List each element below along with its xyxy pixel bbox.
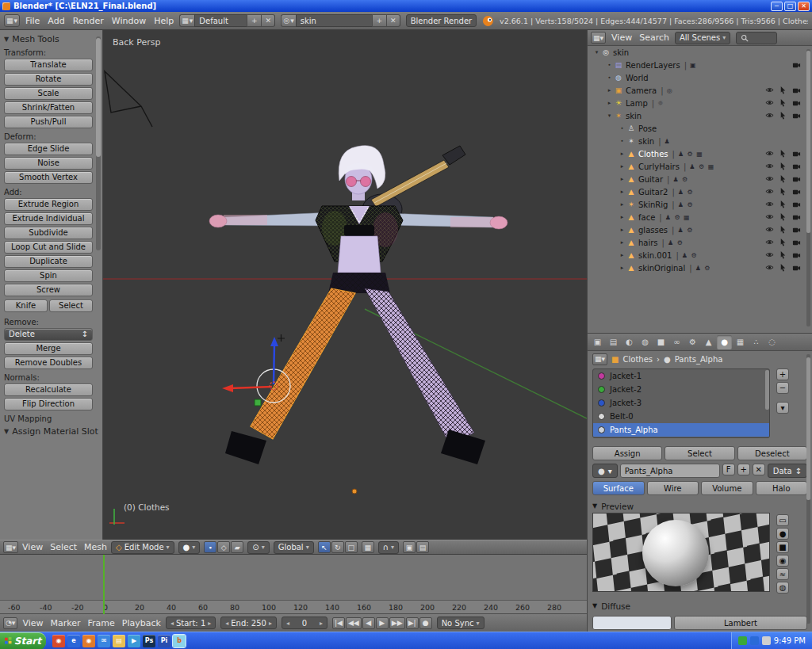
disclosure-icon[interactable]: ▸ bbox=[618, 252, 626, 258]
outliner-row[interactable]: ∙ ♙ Pose bbox=[588, 122, 812, 135]
next-keyframe-button[interactable]: ▶▶ bbox=[389, 617, 405, 629]
jump-to-start-button[interactable]: |◀ bbox=[332, 617, 345, 629]
outliner-row[interactable]: ▾ ✶ skin bbox=[588, 109, 812, 122]
tool-button[interactable]: Subdivide bbox=[4, 227, 93, 239]
quick-launch-mail-icon[interactable]: ✉ bbox=[98, 635, 110, 647]
outliner-row[interactable]: ▸ ▲ CurlyHairs | ♟ ⚙ ▦ bbox=[588, 160, 812, 173]
outliner-item-label[interactable]: hairs bbox=[638, 239, 658, 247]
character-model[interactable] bbox=[209, 146, 508, 464]
outliner-row[interactable]: ▸ ▲ hairs | ♟ ⚙ bbox=[588, 236, 812, 249]
diffuse-color-swatch[interactable] bbox=[592, 616, 672, 630]
selectable-pointer-icon[interactable] bbox=[779, 174, 787, 183]
tray-volume-icon[interactable] bbox=[762, 636, 771, 645]
tab-scene-icon[interactable]: ◐ bbox=[622, 335, 637, 349]
disclosure-icon[interactable]: ∙ bbox=[605, 62, 614, 68]
renderable-camera-icon[interactable] bbox=[792, 225, 801, 234]
selectable-pointer-icon[interactable] bbox=[779, 187, 787, 196]
scene-selector[interactable]: ◎▾ skin + ✕ bbox=[281, 14, 400, 27]
menu-item[interactable]: Search bbox=[639, 32, 669, 43]
surface-type-button[interactable]: Surface bbox=[592, 481, 645, 495]
disclosure-icon[interactable]: ▸ bbox=[618, 265, 626, 271]
delete-scene-button[interactable]: ✕ bbox=[386, 14, 400, 27]
snap-select[interactable]: ∩▾ bbox=[378, 541, 399, 554]
preview-cube-icon[interactable]: ■ bbox=[776, 541, 789, 553]
outliner-row[interactable]: ▸ ▲ Guitar2 | ♟ ⚙ bbox=[588, 185, 812, 198]
visibility-eye-icon[interactable] bbox=[765, 225, 774, 234]
preview-sphere-icon[interactable]: ● bbox=[776, 528, 789, 540]
timeline-playhead[interactable] bbox=[103, 555, 105, 614]
outliner-row[interactable]: ∙ ✶ skin | ♟ bbox=[588, 135, 812, 147]
outliner-item-label[interactable]: face bbox=[638, 213, 655, 222]
maximize-button[interactable]: □ bbox=[784, 2, 796, 11]
visibility-eye-icon[interactable] bbox=[765, 200, 774, 208]
editor-type-button[interactable]: ▦▾ bbox=[592, 353, 607, 365]
slot-list-scrollbar[interactable] bbox=[765, 370, 769, 410]
minimize-button[interactable]: ─ bbox=[771, 2, 783, 11]
quick-launch-folder-icon[interactable]: ▤ bbox=[113, 635, 125, 647]
outliner-row[interactable]: ▸ ▣ Camera | ◎ bbox=[588, 84, 812, 97]
unlink-material-button[interactable]: ✕ bbox=[753, 464, 765, 475]
disclosure-icon[interactable]: ▸ bbox=[618, 227, 626, 233]
outliner-item-label[interactable]: glasses bbox=[638, 226, 668, 235]
outliner-item-label[interactable]: Camera bbox=[626, 86, 657, 95]
assign-button[interactable]: Assign bbox=[592, 446, 662, 460]
outliner-row[interactable]: ▾ ◎ skin bbox=[588, 46, 812, 59]
menu-item[interactable]: Frame bbox=[88, 618, 115, 628]
jump-to-end-button[interactable]: ▶| bbox=[406, 617, 419, 629]
tool-button[interactable]: Shrink/Fatten bbox=[4, 101, 93, 114]
outliner-row[interactable]: ▸ ▲ skin.001 | ♟ ⚙ bbox=[588, 249, 812, 262]
quick-launch-firefox-icon[interactable]: ◉ bbox=[82, 635, 95, 647]
disclosure-icon[interactable]: ▸ bbox=[618, 189, 626, 195]
outliner-item-label[interactable]: Guitar2 bbox=[638, 188, 668, 197]
edge-select-mode-icon[interactable]: ◇ bbox=[217, 541, 230, 553]
selectable-pointer-icon[interactable] bbox=[779, 238, 787, 246]
disclosure-icon[interactable]: ▸ bbox=[618, 151, 626, 157]
outliner-row[interactable]: ∙ ◍ World bbox=[588, 71, 812, 84]
vertex-select-mode-icon[interactable]: ∙ bbox=[204, 541, 216, 553]
fake-user-button[interactable]: F bbox=[722, 464, 735, 475]
renderable-camera-icon[interactable] bbox=[792, 174, 801, 183]
play-reverse-button[interactable]: ◀ bbox=[362, 617, 375, 629]
menu-item[interactable]: Render bbox=[73, 16, 104, 26]
remove-slot-button[interactable]: − bbox=[776, 382, 789, 394]
visibility-eye-icon[interactable] bbox=[765, 187, 774, 196]
tool-button[interactable]: Remove Doubles bbox=[4, 357, 93, 369]
tool-button[interactable]: Push/Pull bbox=[4, 116, 93, 128]
record-button[interactable]: ● bbox=[419, 617, 432, 629]
add-slot-button[interactable]: + bbox=[776, 368, 789, 380]
volume-type-button[interactable]: Volume bbox=[701, 481, 753, 495]
scene-name[interactable]: skin bbox=[296, 14, 372, 27]
scale-manipulator-icon[interactable]: □ bbox=[345, 541, 358, 553]
knife-button[interactable]: Knife bbox=[4, 300, 48, 312]
selectable-pointer-icon[interactable] bbox=[779, 212, 787, 221]
menu-item[interactable]: View bbox=[22, 618, 43, 628]
outliner-scrollbar[interactable] bbox=[806, 49, 810, 326]
properties-scrollbar[interactable] bbox=[806, 354, 810, 624]
tool-button[interactable]: Noise bbox=[4, 157, 93, 170]
tool-shelf-scrollbar[interactable] bbox=[96, 36, 101, 250]
renderable-camera-icon[interactable] bbox=[792, 187, 801, 196]
visibility-eye-icon[interactable] bbox=[765, 86, 774, 94]
preview-flat-icon[interactable]: ▭ bbox=[776, 514, 789, 526]
tool-button[interactable]: Merge bbox=[4, 342, 93, 355]
outliner-item-label[interactable]: World bbox=[626, 74, 649, 82]
selectable-pointer-icon[interactable] bbox=[779, 225, 787, 234]
tray-shield-icon[interactable] bbox=[738, 636, 747, 645]
tool-button[interactable]: Edge Slide bbox=[4, 143, 93, 155]
menu-item[interactable]: File bbox=[25, 16, 40, 26]
disclosure-icon[interactable]: ▸ bbox=[618, 239, 626, 246]
frame-start-field[interactable]: ◂Start: 1▸ bbox=[166, 617, 216, 629]
renderable-camera-icon[interactable] bbox=[792, 60, 801, 69]
tab-render-icon[interactable]: ▣ bbox=[590, 335, 605, 349]
tab-constraints-icon[interactable]: ∞ bbox=[669, 335, 684, 349]
transform-orientation-select[interactable]: Global▾ bbox=[274, 541, 314, 554]
tab-render-layers-icon[interactable]: ▤ bbox=[606, 335, 621, 349]
screen-layout-selector[interactable]: ▦▾ Default + ✕ bbox=[179, 14, 275, 27]
breadcrumb-object[interactable]: Clothes bbox=[623, 355, 653, 364]
visibility-eye-icon[interactable] bbox=[765, 174, 774, 183]
tab-object-data-icon[interactable]: ▲ bbox=[701, 335, 716, 349]
editor-type-button[interactable]: ◔▾ bbox=[3, 617, 17, 629]
renderable-camera-icon[interactable] bbox=[792, 200, 801, 208]
disclosure-icon[interactable]: ▸ bbox=[605, 87, 614, 94]
outliner-row[interactable]: ∙ ▤ RenderLayers | ▣ bbox=[588, 59, 812, 71]
